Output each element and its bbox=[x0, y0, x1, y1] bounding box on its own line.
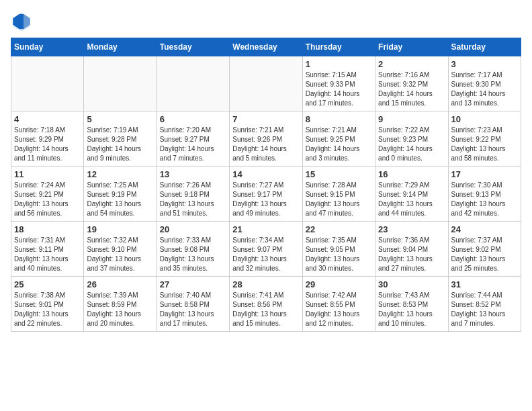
day-number: 24 bbox=[451, 224, 518, 234]
day-info: Sunrise: 7:39 AM Sunset: 8:59 PM Dayligh… bbox=[87, 291, 153, 328]
day-info: Sunrise: 7:15 AM Sunset: 9:33 PM Dayligh… bbox=[306, 71, 372, 108]
day-number: 21 bbox=[232, 224, 299, 234]
week-row-1: 1Sunrise: 7:15 AM Sunset: 9:33 PM Daylig… bbox=[11, 56, 521, 111]
weekday-header-wednesday: Wednesday bbox=[230, 38, 302, 56]
day-info: Sunrise: 7:20 AM Sunset: 9:27 PM Dayligh… bbox=[160, 126, 226, 163]
day-number: 3 bbox=[451, 59, 518, 69]
day-info: Sunrise: 7:35 AM Sunset: 9:05 PM Dayligh… bbox=[306, 236, 372, 273]
weekday-header-monday: Monday bbox=[84, 38, 157, 56]
week-row-5: 25Sunrise: 7:38 AM Sunset: 9:01 PM Dayli… bbox=[11, 277, 521, 332]
day-info: Sunrise: 7:26 AM Sunset: 9:18 PM Dayligh… bbox=[160, 181, 226, 218]
day-cell: 26Sunrise: 7:39 AM Sunset: 8:59 PM Dayli… bbox=[84, 277, 157, 332]
weekday-header-thursday: Thursday bbox=[302, 38, 375, 56]
day-info: Sunrise: 7:31 AM Sunset: 9:11 PM Dayligh… bbox=[14, 236, 81, 273]
day-number: 5 bbox=[87, 114, 153, 124]
day-info: Sunrise: 7:18 AM Sunset: 9:29 PM Dayligh… bbox=[14, 126, 81, 163]
day-info: Sunrise: 7:42 AM Sunset: 8:55 PM Dayligh… bbox=[306, 291, 372, 328]
day-cell: 22Sunrise: 7:35 AM Sunset: 9:05 PM Dayli… bbox=[302, 222, 375, 277]
day-cell: 2Sunrise: 7:16 AM Sunset: 9:32 PM Daylig… bbox=[375, 56, 448, 111]
day-number: 31 bbox=[451, 279, 518, 289]
day-number: 13 bbox=[160, 169, 226, 179]
day-cell: 27Sunrise: 7:40 AM Sunset: 8:58 PM Dayli… bbox=[157, 277, 229, 332]
day-cell: 13Sunrise: 7:26 AM Sunset: 9:18 PM Dayli… bbox=[157, 167, 229, 222]
week-row-4: 18Sunrise: 7:31 AM Sunset: 9:11 PM Dayli… bbox=[11, 222, 521, 277]
day-number: 12 bbox=[87, 169, 153, 179]
day-cell: 23Sunrise: 7:36 AM Sunset: 9:04 PM Dayli… bbox=[375, 222, 448, 277]
day-cell: 25Sunrise: 7:38 AM Sunset: 9:01 PM Dayli… bbox=[11, 277, 84, 332]
day-info: Sunrise: 7:30 AM Sunset: 9:13 PM Dayligh… bbox=[451, 181, 518, 218]
day-cell: 7Sunrise: 7:21 AM Sunset: 9:26 PM Daylig… bbox=[230, 111, 302, 167]
day-cell: 17Sunrise: 7:30 AM Sunset: 9:13 PM Dayli… bbox=[448, 167, 521, 222]
day-cell: 5Sunrise: 7:19 AM Sunset: 9:28 PM Daylig… bbox=[84, 111, 157, 167]
day-cell: 8Sunrise: 7:21 AM Sunset: 9:25 PM Daylig… bbox=[302, 111, 375, 167]
day-number: 6 bbox=[160, 114, 226, 124]
day-cell bbox=[157, 56, 229, 111]
day-info: Sunrise: 7:43 AM Sunset: 8:53 PM Dayligh… bbox=[378, 291, 445, 328]
day-cell: 6Sunrise: 7:20 AM Sunset: 9:27 PM Daylig… bbox=[157, 111, 229, 167]
day-number: 16 bbox=[378, 169, 445, 179]
day-number: 27 bbox=[160, 279, 226, 289]
day-number: 23 bbox=[378, 224, 445, 234]
day-number: 19 bbox=[87, 224, 153, 234]
day-info: Sunrise: 7:37 AM Sunset: 9:02 PM Dayligh… bbox=[451, 236, 518, 273]
day-info: Sunrise: 7:44 AM Sunset: 8:52 PM Dayligh… bbox=[451, 291, 518, 328]
day-number: 26 bbox=[87, 279, 153, 289]
page-header bbox=[11, 11, 521, 32]
day-info: Sunrise: 7:41 AM Sunset: 8:56 PM Dayligh… bbox=[232, 291, 299, 328]
day-number: 14 bbox=[232, 169, 299, 179]
day-cell: 30Sunrise: 7:43 AM Sunset: 8:53 PM Dayli… bbox=[375, 277, 448, 332]
day-cell: 16Sunrise: 7:29 AM Sunset: 9:14 PM Dayli… bbox=[375, 167, 448, 222]
logo-icon bbox=[11, 11, 32, 32]
day-info: Sunrise: 7:22 AM Sunset: 9:23 PM Dayligh… bbox=[378, 126, 445, 163]
day-cell bbox=[230, 56, 302, 111]
day-cell: 11Sunrise: 7:24 AM Sunset: 9:21 PM Dayli… bbox=[11, 167, 84, 222]
day-cell: 21Sunrise: 7:34 AM Sunset: 9:07 PM Dayli… bbox=[230, 222, 302, 277]
day-cell: 14Sunrise: 7:27 AM Sunset: 9:17 PM Dayli… bbox=[230, 167, 302, 222]
day-info: Sunrise: 7:17 AM Sunset: 9:30 PM Dayligh… bbox=[451, 71, 518, 108]
day-cell: 1Sunrise: 7:15 AM Sunset: 9:33 PM Daylig… bbox=[302, 56, 375, 111]
day-info: Sunrise: 7:40 AM Sunset: 8:58 PM Dayligh… bbox=[160, 291, 226, 328]
week-row-3: 11Sunrise: 7:24 AM Sunset: 9:21 PM Dayli… bbox=[11, 167, 521, 222]
day-info: Sunrise: 7:32 AM Sunset: 9:10 PM Dayligh… bbox=[87, 236, 153, 273]
day-cell: 24Sunrise: 7:37 AM Sunset: 9:02 PM Dayli… bbox=[448, 222, 521, 277]
day-number: 4 bbox=[14, 114, 81, 124]
day-cell bbox=[11, 56, 84, 111]
day-number: 8 bbox=[306, 114, 372, 124]
day-number: 17 bbox=[451, 169, 518, 179]
day-cell: 10Sunrise: 7:23 AM Sunset: 9:22 PM Dayli… bbox=[448, 111, 521, 167]
weekday-header-row: SundayMondayTuesdayWednesdayThursdayFrid… bbox=[11, 38, 521, 56]
day-info: Sunrise: 7:21 AM Sunset: 9:25 PM Dayligh… bbox=[306, 126, 372, 163]
day-info: Sunrise: 7:16 AM Sunset: 9:32 PM Dayligh… bbox=[378, 71, 445, 108]
day-number: 10 bbox=[451, 114, 518, 124]
day-cell: 12Sunrise: 7:25 AM Sunset: 9:19 PM Dayli… bbox=[84, 167, 157, 222]
day-info: Sunrise: 7:19 AM Sunset: 9:28 PM Dayligh… bbox=[87, 126, 153, 163]
calendar-table: SundayMondayTuesdayWednesdayThursdayFrid… bbox=[11, 38, 521, 332]
day-info: Sunrise: 7:27 AM Sunset: 9:17 PM Dayligh… bbox=[232, 181, 299, 218]
weekday-header-saturday: Saturday bbox=[448, 38, 521, 56]
day-cell: 15Sunrise: 7:28 AM Sunset: 9:15 PM Dayli… bbox=[302, 167, 375, 222]
day-cell: 3Sunrise: 7:17 AM Sunset: 9:30 PM Daylig… bbox=[448, 56, 521, 111]
day-number: 18 bbox=[14, 224, 81, 234]
day-number: 9 bbox=[378, 114, 445, 124]
day-number: 2 bbox=[378, 59, 445, 69]
day-number: 22 bbox=[306, 224, 372, 234]
day-info: Sunrise: 7:23 AM Sunset: 9:22 PM Dayligh… bbox=[451, 126, 518, 163]
week-row-2: 4Sunrise: 7:18 AM Sunset: 9:29 PM Daylig… bbox=[11, 111, 521, 167]
weekday-header-sunday: Sunday bbox=[11, 38, 84, 56]
day-cell: 9Sunrise: 7:22 AM Sunset: 9:23 PM Daylig… bbox=[375, 111, 448, 167]
day-number: 25 bbox=[14, 279, 81, 289]
day-number: 15 bbox=[306, 169, 372, 179]
day-cell: 20Sunrise: 7:33 AM Sunset: 9:08 PM Dayli… bbox=[157, 222, 229, 277]
day-number: 7 bbox=[232, 114, 299, 124]
day-info: Sunrise: 7:25 AM Sunset: 9:19 PM Dayligh… bbox=[87, 181, 153, 218]
day-number: 28 bbox=[232, 279, 299, 289]
weekday-header-tuesday: Tuesday bbox=[157, 38, 229, 56]
day-cell: 4Sunrise: 7:18 AM Sunset: 9:29 PM Daylig… bbox=[11, 111, 84, 167]
day-info: Sunrise: 7:24 AM Sunset: 9:21 PM Dayligh… bbox=[14, 181, 81, 218]
weekday-header-friday: Friday bbox=[375, 38, 448, 56]
day-info: Sunrise: 7:33 AM Sunset: 9:08 PM Dayligh… bbox=[160, 236, 226, 273]
day-cell bbox=[84, 56, 157, 111]
day-info: Sunrise: 7:36 AM Sunset: 9:04 PM Dayligh… bbox=[378, 236, 445, 273]
day-number: 11 bbox=[14, 169, 81, 179]
day-info: Sunrise: 7:34 AM Sunset: 9:07 PM Dayligh… bbox=[232, 236, 299, 273]
